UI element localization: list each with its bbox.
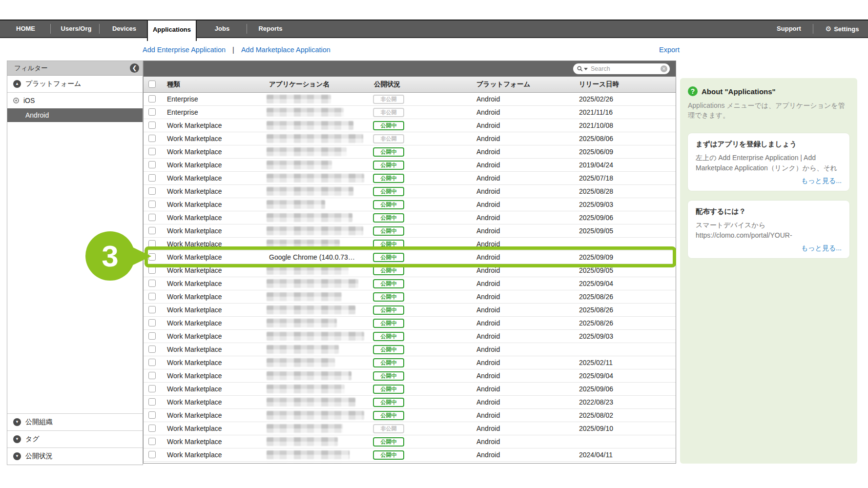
search-scope-caret-icon[interactable] xyxy=(584,68,588,70)
nav-applications-active-tab[interactable]: Applications xyxy=(147,20,197,41)
table-row[interactable]: Work Marketplace公開中Android2025/09/06 xyxy=(144,211,676,224)
table-row[interactable]: Work Marketplace非公開Android2025/08/06 xyxy=(144,132,676,145)
table-row[interactable]: Work Marketplace公開中Android2025/08/26 xyxy=(144,290,676,304)
table-row[interactable]: Work Marketplace公開中Android2025/07/18 xyxy=(144,172,676,185)
table-row[interactable]: Work Marketplace公開中Android2025/09/04 xyxy=(144,277,676,290)
nav-users-org[interactable]: Users/Org xyxy=(55,20,98,37)
help-about-title: About "Applications" xyxy=(702,87,776,96)
add-enterprise-application-link[interactable]: Add Enterprise Application xyxy=(143,46,226,54)
see-more-link[interactable]: もっと見る... xyxy=(801,177,842,184)
row-release-date: 2025/08/26 xyxy=(579,317,613,329)
nav-settings[interactable]: ⚙Settings xyxy=(820,20,864,37)
search-box[interactable]: ✕ xyxy=(573,63,670,74)
row-checkbox[interactable] xyxy=(148,319,156,326)
filter-group-publish-org[interactable]: ▼ 公開組織 xyxy=(7,413,143,431)
row-checkbox[interactable] xyxy=(148,174,156,182)
row-checkbox[interactable] xyxy=(148,451,156,458)
table-row[interactable]: Work Marketplace公開中Android2025/08/28 xyxy=(144,185,676,198)
row-platform: Android xyxy=(476,290,500,303)
table-row[interactable]: Work Marketplace公開中Android2025/09/06 xyxy=(144,383,676,396)
column-header-platform[interactable]: プラットフォーム xyxy=(476,77,530,92)
row-checkbox[interactable] xyxy=(148,385,156,392)
row-checkbox[interactable] xyxy=(148,148,156,155)
see-more-link[interactable]: もっと見る... xyxy=(801,244,842,252)
table-row[interactable]: Work Marketplace公開中Android2025/09/05 xyxy=(144,224,676,238)
row-checkbox[interactable] xyxy=(148,227,156,234)
table-row[interactable]: Work Marketplace公開中Android2025/08/26 xyxy=(144,304,676,317)
row-platform: Android xyxy=(476,159,500,171)
table-row[interactable]: Work Marketplace公開中Android2022/08/23 xyxy=(144,396,676,409)
table-row[interactable]: Work Marketplace非公開Android2025/09/10 xyxy=(144,422,676,435)
table-row[interactable]: Work Marketplace公開中Android2019/04/24 xyxy=(144,159,676,172)
row-type: Enterprise xyxy=(167,106,198,119)
sidebar-collapse-button[interactable]: ❮ xyxy=(130,63,139,73)
nav-devices[interactable]: Devices xyxy=(103,20,145,37)
table-row[interactable]: Work MarketplaceGoogle Chrome (140.0.73…… xyxy=(144,251,676,264)
row-checkbox[interactable] xyxy=(148,438,156,445)
table-row[interactable]: Work Marketplace公開中Android xyxy=(144,238,676,251)
select-all-checkbox[interactable] xyxy=(148,81,156,88)
table-row[interactable]: Enterprise非公開Android2025/02/26 xyxy=(144,93,676,106)
row-checkbox[interactable] xyxy=(148,95,156,102)
table-row[interactable]: Work Marketplace公開中Android2025/09/03 xyxy=(144,198,676,211)
status-badge: 公開中 xyxy=(373,213,404,223)
status-badge: 公開中 xyxy=(373,174,404,183)
row-checkbox[interactable] xyxy=(148,293,156,300)
table-row[interactable]: Work Marketplace公開中Android xyxy=(144,462,676,463)
row-checkbox[interactable] xyxy=(148,372,156,379)
row-checkbox[interactable] xyxy=(148,411,156,419)
table-row[interactable]: Work Marketplace公開中Android2025/09/03 xyxy=(144,330,676,343)
row-checkbox[interactable] xyxy=(148,425,156,432)
nav-home[interactable]: HOME xyxy=(10,20,41,37)
export-link[interactable]: Export xyxy=(659,46,680,54)
table-row[interactable]: Work Marketplace公開中Android2025/02/11 xyxy=(144,356,676,369)
filter-group-tags[interactable]: ▼ タグ xyxy=(7,431,143,448)
action-links-row: Add Enterprise Application | Add Marketp… xyxy=(0,46,868,57)
row-checkbox[interactable] xyxy=(148,346,156,353)
column-header-app-name[interactable]: アプリケーション名 xyxy=(269,77,330,92)
table-row[interactable]: Work Marketplace公開中Android2021/10/08 xyxy=(144,119,676,132)
search-clear-icon[interactable]: ✕ xyxy=(661,65,667,72)
row-checkbox[interactable] xyxy=(148,280,156,287)
row-type: Work Marketplace xyxy=(167,317,222,329)
row-checkbox[interactable] xyxy=(148,187,156,195)
table-row[interactable]: Work Marketplace公開中Android2025/08/26 xyxy=(144,317,676,330)
filter-option-android-selected[interactable]: Android xyxy=(7,108,143,122)
row-checkbox[interactable] xyxy=(148,135,156,142)
row-checkbox[interactable] xyxy=(148,214,156,221)
column-header-release-date[interactable]: リリース日時 xyxy=(579,77,619,92)
row-checkbox[interactable] xyxy=(148,306,156,313)
nav-reports[interactable]: Reports xyxy=(250,20,290,37)
filter-group-platform[interactable]: ▲ プラットフォーム xyxy=(7,76,143,93)
row-checkbox[interactable] xyxy=(148,122,156,129)
row-checkbox[interactable] xyxy=(148,359,156,366)
filter-group-publish-status[interactable]: ▼ 公開状況 xyxy=(7,448,143,465)
nav-jobs[interactable]: Jobs xyxy=(205,20,239,37)
table-row[interactable]: Work Marketplace公開中Android2025/06/09 xyxy=(144,145,676,159)
column-header-publish-status[interactable]: 公開状況 xyxy=(374,77,400,92)
row-checkbox[interactable] xyxy=(148,161,156,168)
table-row[interactable]: Work Marketplace公開中Android2025/08/02 xyxy=(144,409,676,422)
table-row[interactable]: Work Marketplace公開中Android xyxy=(144,435,676,448)
row-checkbox[interactable] xyxy=(148,332,156,340)
row-platform: Android xyxy=(476,448,500,461)
row-type: Work Marketplace xyxy=(167,356,222,369)
row-checkbox[interactable] xyxy=(148,201,156,208)
table-row[interactable]: Work Marketplace公開中Android xyxy=(144,343,676,356)
table-row[interactable]: Work Marketplace公開中Android2025/09/05 xyxy=(144,264,676,277)
column-header-type[interactable]: 種類 xyxy=(167,77,180,92)
table-row[interactable]: Work Marketplace公開中Android2024/04/11 xyxy=(144,448,676,462)
row-checkbox[interactable] xyxy=(148,108,156,116)
row-release-date: 2025/07/18 xyxy=(579,172,613,184)
row-release-date: 2022/08/23 xyxy=(579,396,613,408)
row-checkbox[interactable] xyxy=(148,398,156,406)
table-row[interactable]: Enterprise非公開Android2021/11/16 xyxy=(144,106,676,119)
row-platform: Android xyxy=(476,238,500,250)
row-checkbox[interactable] xyxy=(148,266,156,274)
filter-option-ios[interactable]: iOS xyxy=(7,93,143,108)
filter-header: フィルター ❮ xyxy=(7,61,143,76)
nav-support[interactable]: Support xyxy=(771,20,806,37)
search-input[interactable] xyxy=(590,65,661,73)
add-marketplace-application-link[interactable]: Add Marketplace Application xyxy=(241,46,331,54)
table-row[interactable]: Work Marketplace公開中Android2025/09/04 xyxy=(144,369,676,383)
